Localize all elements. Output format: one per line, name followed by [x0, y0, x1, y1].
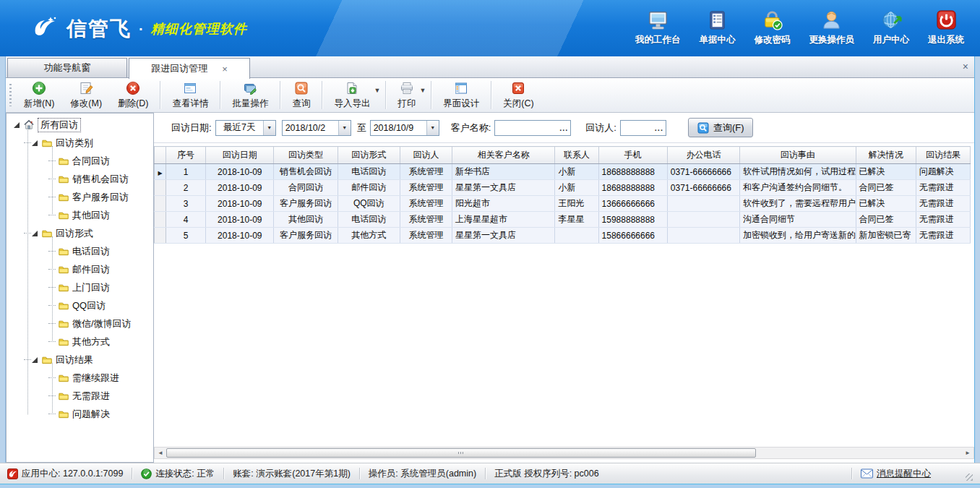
toolbar-import-export-button[interactable]: 导入导出 [326, 79, 378, 112]
table-cell[interactable]: 星星第一文具店 [452, 180, 555, 196]
table-cell[interactable]: 合同已签 [856, 180, 916, 196]
table-cell[interactable]: 合同已签 [856, 212, 916, 228]
toolbar-print-button[interactable]: 打印 [390, 79, 424, 112]
table-cell[interactable]: 系统管理 [400, 164, 452, 180]
chevron-down-icon[interactable]: ▼ [426, 121, 439, 135]
table-cell[interactable]: 合同回访 [274, 180, 338, 196]
tree-item[interactable]: 合同回访 [7, 152, 153, 170]
table-cell[interactable]: 问题解决 [916, 164, 970, 180]
nav-my-workspace[interactable]: 我的工作台 [635, 9, 681, 46]
toolbar-close-button[interactable]: 关闭(C) [495, 79, 541, 112]
table-cell[interactable]: 王阳光 [555, 196, 598, 212]
table-cell[interactable]: 客户服务回访 [274, 196, 338, 212]
visitor-input[interactable]: ... [620, 120, 666, 136]
chevron-down-icon[interactable]: ▼ [338, 121, 351, 135]
tree-item[interactable]: QQ回访 [7, 296, 153, 314]
table-cell[interactable]: 邮件回访 [338, 180, 400, 196]
table-row[interactable]: 52018-10-09客户服务回访其他方式系统管理星星第一文具店15866666… [155, 228, 971, 244]
resize-grip[interactable] [966, 474, 973, 481]
table-cell[interactable]: 电话回访 [338, 212, 400, 228]
nav-switch-operator[interactable]: 更换操作员 [809, 9, 855, 46]
column-header[interactable]: 回访日期 [206, 147, 274, 164]
table-cell[interactable]: 无需跟进 [916, 196, 970, 212]
tree-root-all-visits[interactable]: 所有回访 [7, 116, 153, 134]
table-cell[interactable]: 系统管理 [400, 180, 452, 196]
table-row[interactable]: 22018-10-09合同回访邮件回访系统管理星星第一文具店小新18688888… [155, 180, 971, 196]
toolbar-add-button[interactable]: 新增(N) [16, 79, 62, 112]
tree-expand-icon[interactable] [32, 357, 38, 363]
table-cell[interactable]: 系统管理 [400, 196, 452, 212]
scrollbar-thumb[interactable] [166, 448, 756, 458]
column-header[interactable]: 相关客户名称 [452, 147, 555, 164]
table-cell[interactable]: 15866666666 [598, 228, 667, 244]
tree-group-2[interactable]: 回访结果 [7, 351, 153, 369]
tree-item[interactable]: 问题解决 [7, 405, 153, 423]
column-header[interactable]: 回访结果 [916, 147, 970, 164]
tree-item[interactable]: 上门回访 [7, 278, 153, 296]
visitor-browse-button[interactable]: ... [653, 121, 666, 135]
table-cell[interactable]: 2018-10-09 [206, 164, 274, 180]
table-cell[interactable]: 13666666666 [598, 196, 667, 212]
toolbar-print-dropdown-arrow-icon[interactable]: ▼ [419, 87, 426, 94]
table-cell[interactable]: 1 [166, 164, 206, 180]
nav-exit-system[interactable]: 退出系统 [928, 9, 964, 46]
table-cell[interactable]: 客户服务回访 [274, 228, 338, 244]
table-row[interactable]: 42018-10-09其他回访电话回访系统管理上海星星超市李星星15988888… [155, 212, 971, 228]
table-cell[interactable]: 3 [166, 196, 206, 212]
visitor-field[interactable] [621, 121, 653, 134]
tree-expand-icon[interactable] [32, 140, 38, 146]
table-cell[interactable]: 上海星星超市 [452, 212, 555, 228]
toolbar-ui-design-button[interactable]: 界面设计 [435, 79, 487, 112]
toolbar-delete-button[interactable]: 删除(D) [110, 79, 156, 112]
table-cell[interactable]: 0371-66666666 [667, 164, 739, 180]
customer-name-field[interactable] [495, 121, 557, 134]
table-cell[interactable]: 阳光超市 [452, 196, 555, 212]
column-header[interactable]: 回访形式 [338, 147, 400, 164]
date-from-select[interactable]: 2018/10/2 ▼ [282, 120, 351, 136]
table-cell[interactable]: 2 [166, 180, 206, 196]
tree-item[interactable]: 销售机会回访 [7, 170, 153, 188]
table-cell[interactable]: 软件收到了，需要远程帮用户 [740, 196, 856, 212]
table-cell[interactable]: 系统管理 [400, 212, 452, 228]
table-cell[interactable]: 0371-66666666 [667, 180, 739, 196]
table-cell[interactable]: 新华书店 [452, 164, 555, 180]
table-row[interactable]: 32018-10-09客户服务回访QQ回访系统管理阳光超市王阳光13666666… [155, 196, 971, 212]
column-header[interactable]: 回访类型 [274, 147, 338, 164]
table-cell[interactable]: 18688888888 [598, 164, 667, 180]
column-header[interactable]: 办公电话 [667, 147, 739, 164]
column-header[interactable]: 回访事由 [740, 147, 856, 164]
customer-browse-button[interactable]: ... [557, 121, 570, 135]
column-header[interactable]: 序号 [166, 147, 206, 164]
message-center-link[interactable]: 消息提醒中心 [861, 468, 931, 480]
nav-change-password[interactable]: 修改密码 [755, 9, 791, 46]
tree-item[interactable]: 需继续跟进 [7, 369, 153, 387]
date-to-select[interactable]: 2018/10/9 ▼ [370, 120, 439, 136]
table-cell[interactable]: 系统管理 [400, 228, 452, 244]
column-header[interactable]: 联系人 [555, 147, 598, 164]
toolbar-view-details-button[interactable]: 查看详情 [164, 79, 216, 112]
table-cell[interactable]: 加密锁收到，给用户寄送新的 [740, 228, 856, 244]
table-row[interactable]: ▶12018-10-09销售机会回访电话回访系统管理新华书店小新18688888… [155, 164, 971, 180]
tab-function-nav[interactable]: 功能导航窗 [7, 58, 127, 77]
table-cell[interactable]: 和客户沟通签约合同细节。 [740, 180, 856, 196]
date-range-select[interactable]: 最近7天 ▼ [215, 120, 276, 136]
tree-item[interactable]: 电话回访 [7, 242, 153, 260]
table-cell[interactable]: 软件试用情况如何，试用过程 [740, 164, 856, 180]
toolbar-edit-button[interactable]: 修改(M) [62, 79, 110, 112]
table-cell[interactable]: 销售机会回访 [274, 164, 338, 180]
scroll-left-arrow-icon[interactable]: ◄ [155, 448, 166, 458]
table-cell[interactable]: 4 [166, 212, 206, 228]
toolbar-batch-operations-button[interactable]: 批量操作 [224, 79, 276, 112]
table-cell[interactable]: 无需跟进 [916, 212, 970, 228]
chevron-down-icon[interactable]: ▼ [263, 121, 275, 135]
tree-group-0[interactable]: 回访类别 [7, 134, 153, 152]
table-cell[interactable] [555, 228, 598, 244]
table-cell[interactable]: 2018-10-09 [206, 228, 274, 244]
table-cell[interactable]: 已解决 [856, 196, 916, 212]
table-cell[interactable]: 5 [166, 228, 206, 244]
table-cell[interactable]: 其他方式 [338, 228, 400, 244]
table-cell[interactable]: 2018-10-09 [206, 196, 274, 212]
toolbar-import-export-dropdown-arrow-icon[interactable]: ▼ [374, 87, 380, 94]
tree-item[interactable]: 邮件回访 [7, 260, 153, 278]
table-cell[interactable]: 李星星 [555, 212, 598, 228]
